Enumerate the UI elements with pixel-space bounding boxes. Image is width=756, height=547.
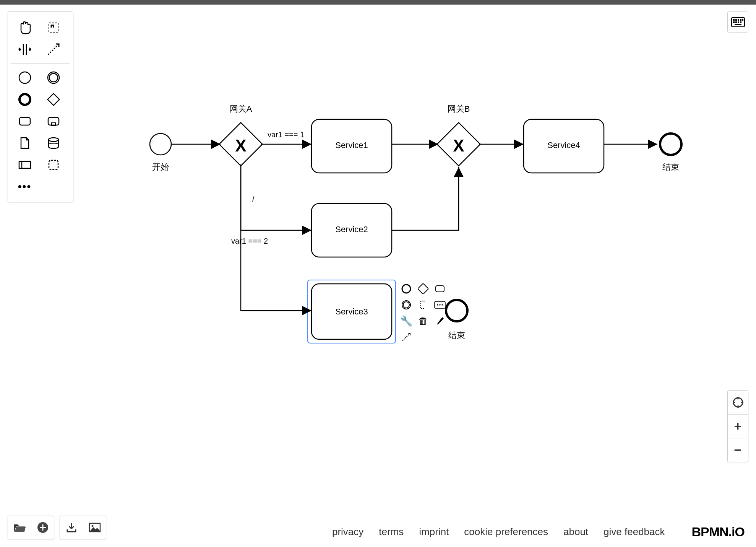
svg-point-11 [446,300,467,321]
svg-point-0 [150,133,171,155]
intermediate-event-tool-icon[interactable] [43,69,64,86]
plus-circle-icon [37,521,49,534]
svg-rect-46 [735,24,741,25]
end2-label: 结束 [448,330,465,340]
footer-about-link[interactable]: about [563,526,588,538]
pad-start-event-icon[interactable] [399,282,413,296]
footer-privacy-link[interactable]: privacy [332,526,363,538]
end-event-tool-icon[interactable] [14,91,35,108]
keyboard-shortcuts-button[interactable] [727,11,748,33]
new-file-button[interactable] [31,516,54,539]
download-icon [66,522,77,533]
gateway-a-label: 网关A [230,104,252,114]
file-actions [8,516,106,539]
task-service2[interactable]: Service2 [311,203,392,257]
end1-label: 结束 [662,162,679,172]
download-button[interactable] [60,516,83,539]
zoom-reset-button[interactable] [728,391,748,414]
zoom-controls: + − [727,390,748,462]
task-tool-icon[interactable] [14,112,35,130]
svg-rect-42 [733,21,735,23]
cond2-label: / [252,195,255,203]
svg-rect-35 [49,160,58,169]
task-service1[interactable]: Service1 [311,119,392,173]
start-label: 开始 [152,162,169,172]
brand-logo[interactable]: BPMN.iO [692,524,745,539]
task2-label: Service2 [335,225,368,234]
svg-rect-37 [733,19,735,21]
lasso-tool-icon[interactable] [43,19,64,36]
svg-rect-29 [19,117,30,125]
cond1-label: var1 === 1 [268,130,304,139]
svg-point-19 [439,304,441,306]
open-file-button[interactable] [8,516,31,539]
footer-feedback-link[interactable]: give feedback [604,526,665,538]
flow-t2-to-gb[interactable] [392,167,459,230]
svg-point-16 [403,302,409,308]
task-service4[interactable]: Service4 [524,119,604,173]
connect-tool-icon[interactable] [43,41,64,58]
gateway-b[interactable]: X 网关B [437,104,480,166]
task4-label: Service4 [547,140,580,150]
window-top-border [0,0,756,5]
svg-rect-14 [436,286,444,292]
context-pad: 🔧 🗑 [399,282,447,344]
end-event-1[interactable]: 结束 [660,133,681,172]
svg-rect-44 [738,21,739,23]
pad-task-icon[interactable] [433,282,447,296]
footer: privacy terms imprint cookie preferences… [332,524,745,539]
gateway-a[interactable]: X 网关A [219,104,262,166]
hand-tool-icon[interactable] [14,19,35,36]
start-event-tool-icon[interactable] [14,69,35,86]
task1-label: Service1 [335,140,368,150]
svg-text:X: X [453,136,464,155]
task-service3[interactable]: Service3 [308,280,396,343]
pad-wrench-icon[interactable]: 🔧 [399,314,413,328]
tool-palette: ••• [8,11,73,202]
pad-trash-icon[interactable]: 🗑 [416,314,430,328]
zoom-out-button[interactable]: − [728,438,748,462]
pad-intermediate-event-icon[interactable] [399,298,413,312]
flow-ga-to-t2[interactable] [241,164,311,230]
more-tools-icon[interactable]: ••• [14,178,35,195]
image-icon [89,523,101,532]
end-event-2[interactable]: 结束 [446,300,467,340]
svg-rect-43 [735,21,737,23]
pad-connect-icon[interactable] [399,330,413,344]
svg-rect-38 [735,19,737,21]
participant-tool-icon[interactable] [14,156,35,173]
space-tool-icon[interactable] [14,41,35,58]
svg-point-27 [19,94,30,105]
gateway-tool-icon[interactable] [43,91,64,108]
svg-point-18 [437,304,438,306]
svg-point-12 [402,285,410,293]
gateway-b-label: 网关B [448,104,470,114]
crosshair-icon [732,397,744,408]
pad-more-icon[interactable] [433,298,447,312]
data-store-tool-icon[interactable] [43,134,64,151]
svg-text:X: X [235,136,246,155]
pad-color-icon[interactable] [433,314,447,328]
footer-imprint-link[interactable]: imprint [419,526,449,538]
keyboard-icon [731,17,745,27]
download-image-button[interactable] [83,516,106,539]
cond3-label: var1 === 2 [231,237,268,245]
group-tool-icon[interactable] [43,156,64,173]
footer-terms-link[interactable]: terms [379,526,404,538]
task3-label: Service3 [335,307,368,316]
svg-point-32 [49,138,58,142]
svg-rect-33 [19,161,31,168]
diagram-canvas[interactable]: 开始 X 网关A Service1 X 网关B Service4 结束 Serv… [0,5,756,547]
subprocess-tool-icon[interactable] [43,112,64,130]
zoom-in-button[interactable]: + [728,414,748,438]
svg-rect-30 [48,117,59,125]
pad-annotation-icon[interactable] [416,298,430,312]
pad-gateway-icon[interactable] [416,282,430,296]
svg-rect-28 [47,93,59,105]
svg-point-7 [660,133,681,155]
start-event[interactable]: 开始 [150,133,171,172]
data-object-tool-icon[interactable] [14,134,35,151]
footer-cookie-link[interactable]: cookie preferences [464,526,548,538]
folder-icon [13,522,26,533]
svg-point-26 [49,73,58,82]
